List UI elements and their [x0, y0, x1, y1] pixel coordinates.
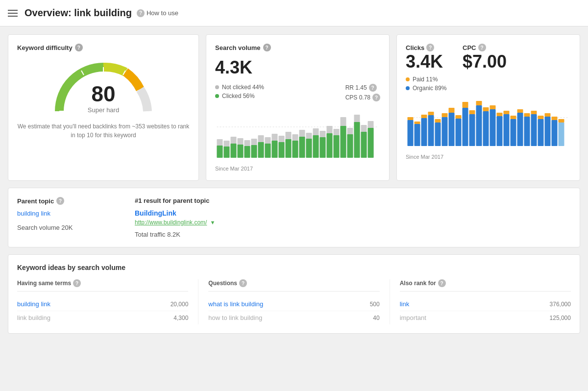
svg-text:80: 80	[92, 82, 116, 106]
svg-rect-60	[449, 113, 455, 146]
svg-rect-41	[293, 141, 298, 158]
svg-rect-55	[415, 124, 420, 146]
svg-rect-98	[552, 117, 558, 120]
page-title: Overview: link building	[24, 7, 132, 19]
kd-description: We estimate that you'll need backlinks f…	[17, 122, 190, 140]
svg-rect-59	[442, 117, 448, 146]
svg-rect-76	[559, 122, 564, 146]
also-rank-row-2: important 125,000	[400, 311, 571, 324]
svg-rect-33	[238, 145, 244, 158]
sv-bar-chart	[215, 107, 380, 161]
clicks-header: Clicks ? 3.4K CPC ? $7.00	[406, 44, 571, 72]
clicked-row: Clicked 56%	[215, 93, 264, 99]
svg-rect-92	[511, 116, 516, 119]
questions-kw-2: how to link building	[208, 314, 262, 321]
cps-help-icon[interactable]: ?	[372, 94, 380, 101]
also-rank-kw-1[interactable]: link	[400, 300, 410, 308]
gauge-chart: 80 Super hard	[49, 57, 157, 116]
svg-rect-46	[327, 133, 333, 158]
clicks-section: Clicks ? 3.4K	[406, 44, 443, 72]
svg-rect-96	[538, 116, 544, 119]
paid-dot	[406, 77, 410, 81]
also-rank-vol-1: 376,000	[550, 301, 571, 308]
svg-rect-69	[511, 119, 516, 146]
keyword-columns: Having same terms ? building link 20,000…	[17, 279, 571, 324]
svg-rect-91	[504, 111, 510, 114]
same-terms-vol-2: 4,300	[173, 315, 188, 321]
svg-rect-44	[313, 135, 319, 158]
result-label: #1 result for parent topic	[135, 197, 571, 204]
header: Overview: link building ? How to use	[0, 0, 588, 26]
also-rank-row-1: link 376,000	[400, 297, 571, 311]
result-url[interactable]: http://www.buildinglink.com/	[135, 219, 207, 226]
svg-rect-64	[476, 105, 482, 146]
main-content: Keyword difficulty ? 80	[0, 26, 588, 342]
parent-topic-help-icon[interactable]: ?	[56, 197, 64, 205]
total-traffic: Total traffic 8.2K	[135, 231, 571, 238]
sv-legend: Not clicked 44% Clicked 56%	[215, 84, 264, 99]
svg-rect-87	[476, 101, 482, 105]
cpc-help-icon[interactable]: ?	[478, 44, 486, 51]
parent-topic-link[interactable]: building link	[17, 210, 50, 217]
svg-text:Super hard: Super hard	[88, 106, 119, 114]
same-terms-col: Having same terms ? building link 20,000…	[17, 279, 198, 324]
svg-rect-48	[341, 126, 346, 158]
svg-rect-90	[497, 113, 503, 116]
help-icon: ?	[137, 9, 145, 17]
svg-rect-78	[415, 122, 420, 124]
svg-rect-68	[504, 114, 510, 146]
svg-rect-89	[490, 105, 496, 109]
svg-rect-83	[449, 108, 455, 113]
svg-rect-77	[408, 117, 414, 120]
questions-col: Questions ? what is link building 500 ho…	[208, 279, 390, 324]
svg-rect-35	[251, 145, 257, 158]
also-rank-help-icon[interactable]: ?	[438, 279, 446, 287]
svg-rect-72	[531, 114, 537, 146]
also-rank-header: Also rank for ?	[400, 279, 571, 292]
questions-help-icon[interactable]: ?	[239, 279, 247, 287]
result-site-name: BuildingLink	[135, 209, 571, 217]
svg-rect-80	[428, 112, 434, 115]
svg-rect-38	[272, 141, 278, 158]
questions-row-2: how to link building 40	[208, 311, 379, 324]
parent-topic-label: Parent topic ?	[17, 197, 115, 205]
not-clicked-row: Not clicked 44%	[215, 84, 264, 91]
svg-rect-84	[456, 115, 462, 119]
rr-help-icon[interactable]: ?	[369, 84, 377, 92]
questions-vol-2: 40	[373, 315, 379, 321]
clicks-chart-wrapper: Since Mar 2017	[406, 92, 571, 160]
how-to-use-button[interactable]: ? How to use	[137, 9, 178, 17]
svg-rect-63	[469, 114, 475, 146]
svg-rect-31	[224, 147, 230, 158]
svg-rect-36	[258, 142, 264, 158]
paid-row: Paid 11%	[406, 76, 571, 83]
organic-row: Organic 89%	[406, 85, 571, 92]
keyword-difficulty-card: Keyword difficulty ? 80	[8, 34, 199, 181]
questions-vol-1: 500	[370, 301, 380, 308]
kd-help-icon[interactable]: ?	[75, 44, 83, 51]
svg-rect-95	[531, 111, 537, 114]
svg-rect-57	[428, 115, 434, 146]
svg-rect-37	[265, 144, 271, 158]
sv-value: 4.3K	[215, 57, 380, 78]
svg-rect-73	[538, 119, 544, 146]
svg-rect-67	[497, 116, 503, 146]
questions-kw-1[interactable]: what is link building	[208, 300, 263, 308]
also-rank-kw-2: important	[400, 314, 426, 321]
same-terms-help-icon[interactable]: ?	[73, 279, 81, 287]
svg-rect-54	[408, 120, 414, 146]
svg-rect-40	[286, 139, 292, 158]
svg-rect-81	[435, 119, 441, 122]
svg-rect-82	[442, 113, 448, 117]
sv-help-icon[interactable]: ?	[263, 44, 271, 51]
parent-topic-sv: Search volume 20K	[17, 224, 115, 231]
svg-rect-74	[545, 117, 551, 146]
svg-rect-93	[517, 109, 523, 113]
svg-rect-56	[421, 118, 427, 146]
menu-icon[interactable]	[8, 10, 18, 17]
same-terms-kw-1[interactable]: building link	[17, 300, 50, 308]
svg-rect-51	[361, 132, 367, 158]
clicks-help-icon[interactable]: ?	[426, 44, 434, 51]
not-clicked-dot	[215, 85, 219, 89]
dropdown-arrow-icon[interactable]: ▼	[210, 220, 215, 225]
